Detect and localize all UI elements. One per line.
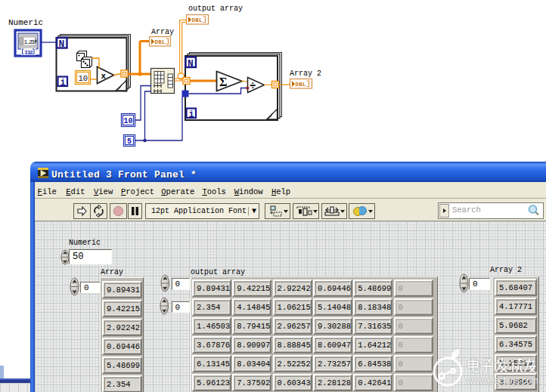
svg-text:10: 10: [79, 74, 88, 83]
svg-text:x: x: [101, 72, 107, 81]
svg-text:Σ: Σ: [219, 76, 227, 88]
svg-text:1.23: 1.23: [24, 39, 36, 45]
svg-text:N: N: [188, 58, 194, 69]
svg-text:I32: I32: [25, 50, 33, 56]
svg-text:5: 5: [127, 137, 132, 146]
svg-text:÷: ÷: [250, 80, 256, 92]
svg-text:DBL: DBL: [296, 82, 306, 88]
svg-text:10: 10: [124, 117, 133, 125]
svg-text:i: i: [60, 78, 66, 88]
svg-text:N: N: [59, 39, 65, 50]
svg-text:i: i: [189, 110, 194, 120]
svg-text:DBL: DBL: [155, 39, 166, 45]
svg-text:DBL: DBL: [192, 17, 203, 23]
